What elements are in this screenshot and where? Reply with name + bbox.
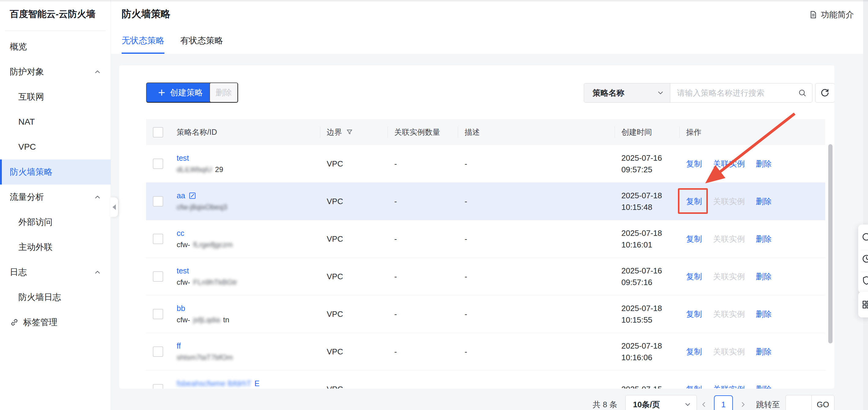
cell-checkbox: [146, 159, 170, 169]
delete-action-link[interactable]: 删除: [756, 271, 772, 282]
policy-name-link[interactable]: cc: [177, 229, 184, 238]
sidebar-item-external-access[interactable]: 外部访问: [0, 210, 111, 234]
delete-action-link[interactable]: 删除: [756, 196, 772, 207]
cell-actions: 复制关联实例删除: [679, 159, 825, 169]
copy-action-link[interactable]: 复制: [686, 196, 702, 207]
shield-icon[interactable]: [858, 275, 868, 286]
delete-button[interactable]: 删除: [209, 83, 238, 103]
column-header-boundary: 边界: [320, 119, 388, 145]
sidebar-item-logs[interactable]: 日志: [0, 260, 111, 285]
policy-name-line: cc: [177, 229, 320, 238]
sidebar-item-nat[interactable]: NAT: [0, 109, 111, 134]
link-icon: [10, 318, 19, 327]
delete-action-link[interactable]: 删除: [756, 384, 772, 389]
column-header-ops: 操作: [679, 119, 825, 145]
cell-name-id: testcfw-FLn9hTkBGtr: [170, 266, 320, 287]
associate-instance-link[interactable]: 关联实例: [713, 159, 745, 169]
row-checkbox[interactable]: [153, 384, 163, 389]
table-header-row: 策略名称/ID边界关联实例数量描述创建时间操作: [146, 119, 825, 145]
current-page-button[interactable]: 1: [714, 395, 733, 410]
column-header-instances: 关联实例数量: [388, 119, 458, 145]
sidebar-item-vpc[interactable]: VPC: [0, 134, 111, 159]
cell-boundary: VPC: [320, 272, 388, 281]
delete-action-link[interactable]: 删除: [756, 346, 772, 357]
row-checkbox[interactable]: [153, 346, 163, 357]
copy-action-link[interactable]: 复制: [686, 346, 702, 357]
search-field-select[interactable]: 策略名称: [584, 84, 670, 102]
policy-id-redacted: jsfjLqdia: [193, 316, 220, 324]
chat-icon[interactable]: [858, 232, 868, 242]
sidebar-item-firewall-logs[interactable]: 防火墙日志: [0, 285, 111, 310]
create-policy-button[interactable]: 创建策略: [146, 83, 214, 103]
feature-intro-link[interactable]: 功能简介: [809, 9, 854, 20]
sidebar-item-overview[interactable]: 概览: [0, 34, 111, 59]
cell-created-time: 2025-07-1609:57:16: [615, 266, 679, 287]
created-date: 2025-07-18: [621, 341, 679, 351]
row-checkbox[interactable]: [153, 196, 163, 207]
sidebar-item-label: NAT: [18, 117, 35, 127]
policy-name-line: fsbeahscfwme lbfdrhTE: [177, 379, 320, 388]
edit-icon[interactable]: [188, 192, 196, 200]
copy-action-link[interactable]: 复制: [686, 309, 702, 320]
next-page-button[interactable]: [736, 401, 750, 408]
sidebar-item-tag-management[interactable]: 标签管理: [0, 310, 111, 335]
grid-apps-icon[interactable]: [858, 299, 868, 310]
search-icon[interactable]: [793, 84, 812, 102]
sidebar-item-protect-objects[interactable]: 防护对象: [0, 59, 111, 84]
page-size-select[interactable]: 10条/页: [625, 395, 697, 410]
prev-page-button[interactable]: [697, 401, 711, 408]
copy-action-link[interactable]: 复制: [686, 271, 702, 282]
row-checkbox[interactable]: [153, 234, 163, 244]
cell-name-id: fsbeahscfwme lbfdrhTEcfwxxsoqb: [170, 379, 320, 389]
created-clock: 10:15:48: [621, 202, 679, 212]
sidebar-item-traffic-analysis[interactable]: 流量分析: [0, 185, 111, 210]
copy-action-link[interactable]: 复制: [686, 159, 702, 169]
created-date: 2025-07-18: [621, 191, 679, 200]
cell-checkbox: [146, 346, 170, 357]
cell-created-time: 2025-07-1609:57:25: [615, 153, 679, 175]
jump-group: GO: [785, 395, 834, 410]
clock-history-icon[interactable]: [858, 254, 868, 264]
sidebar-item-active-outbound[interactable]: 主动外联: [0, 234, 111, 260]
copy-action-link[interactable]: 复制: [686, 234, 702, 244]
cell-description: -: [458, 234, 615, 244]
row-checkbox[interactable]: [153, 271, 163, 282]
sidebar-item-label: 日志: [10, 266, 27, 278]
policy-name-line: test: [177, 266, 320, 275]
go-button[interactable]: GO: [811, 395, 834, 410]
sidebar-item-firewall-policy[interactable]: 防火墙策略: [0, 159, 111, 185]
associate-instance-link[interactable]: 关联实例: [713, 384, 745, 389]
row-checkbox[interactable]: [153, 309, 163, 319]
sidebar-item-internet[interactable]: 互联网: [0, 84, 111, 109]
created-date: 2025-07-15: [621, 384, 679, 389]
cell-checkbox: [146, 384, 170, 389]
column-label: 创建时间: [621, 127, 652, 137]
copy-action-link[interactable]: 复制: [686, 384, 702, 389]
policy-name-link[interactable]: test: [177, 154, 189, 162]
sidebar-collapse-handle[interactable]: [110, 197, 118, 217]
delete-action-link[interactable]: 删除: [756, 159, 772, 169]
policy-id-suffix: 29: [215, 165, 223, 174]
policy-name-line: aa: [177, 191, 320, 200]
tab-stateless-policy[interactable]: 无状态策略: [122, 35, 164, 54]
policy-id-suffix: tn: [223, 316, 229, 324]
refresh-button[interactable]: [815, 83, 834, 103]
policy-name-link[interactable]: aa: [177, 191, 185, 200]
tab-stateful-policy[interactable]: 有状态策略: [180, 35, 223, 54]
delete-action-link[interactable]: 删除: [756, 309, 772, 320]
cell-description: -: [458, 272, 615, 281]
row-checkbox[interactable]: [153, 159, 163, 169]
select-all-checkbox[interactable]: [153, 127, 163, 137]
cell-instances: -: [388, 272, 458, 281]
cell-checkbox: [146, 196, 170, 207]
policy-name-link[interactable]: ff: [177, 342, 181, 350]
cell-description: -: [458, 385, 615, 389]
search-input[interactable]: [670, 84, 793, 102]
policy-id-line: shtsm7taT7bfOm: [177, 353, 320, 362]
table-scrollbar-thumb[interactable]: [828, 144, 833, 343]
filter-icon[interactable]: [346, 128, 353, 136]
policy-name-link[interactable]: test: [177, 266, 189, 275]
delete-action-link[interactable]: 删除: [756, 234, 772, 244]
policy-name-link[interactable]: bb: [177, 304, 185, 313]
jump-page-input[interactable]: [786, 395, 811, 410]
